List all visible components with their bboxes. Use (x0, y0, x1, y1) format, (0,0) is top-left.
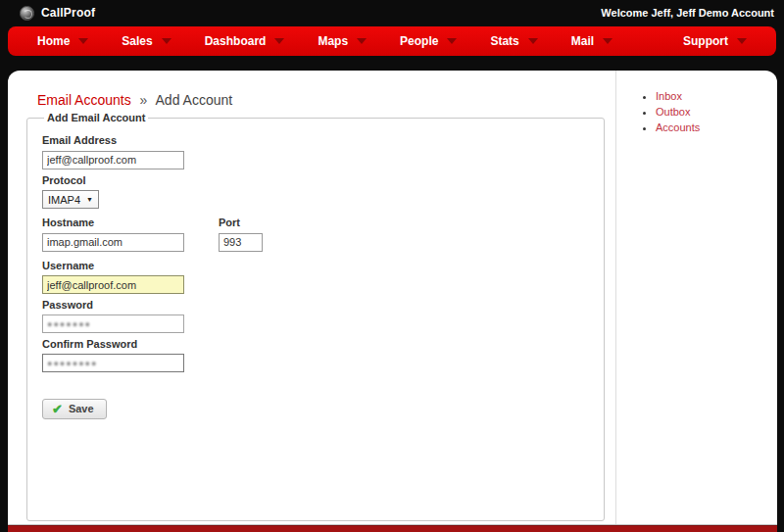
port-input[interactable] (219, 233, 263, 252)
breadcrumb-separator: » (140, 92, 148, 108)
chevron-down-icon (162, 38, 172, 44)
brand-name: CallProof (41, 6, 95, 20)
protocol-select[interactable]: IMAP4 ▼ (42, 190, 99, 209)
welcome-user-text: Welcome Jeff, Jeff Demo Account (601, 7, 774, 19)
content-area: Email Accounts » Add Account Add Email A… (8, 71, 777, 525)
nav-item-label: Maps (318, 34, 348, 48)
port-label: Port (219, 217, 263, 228)
chevron-down-icon (78, 38, 88, 44)
chevron-down-icon (737, 38, 747, 44)
top-header-bar: CallProof Welcome Jeff, Jeff Demo Accoun… (0, 0, 784, 25)
email-address-label: Email Address (42, 134, 589, 146)
chevron-down-icon (603, 38, 612, 44)
confirm-password-label: Confirm Password (42, 338, 589, 350)
callproof-logo-icon (20, 6, 34, 21)
list-item: Outbox (656, 106, 777, 118)
nav-item-label: Support (683, 34, 728, 48)
nav-item-label: Mail (571, 34, 594, 48)
chevron-down-icon (447, 38, 457, 44)
password-label: Password (42, 299, 589, 311)
sidebar-item-accounts[interactable]: Accounts (656, 121, 700, 133)
hostname-field-group: Hostname (42, 214, 219, 252)
breadcrumb: Email Accounts » Add Account (37, 92, 615, 108)
protocol-field-group: Protocol IMAP4 ▼ (42, 174, 589, 210)
chevron-down-icon (528, 38, 538, 44)
confirm-password-field-group: Confirm Password ●●●●●●●● (42, 338, 589, 372)
port-field-group: Port (219, 214, 263, 252)
breadcrumb-email-accounts-link[interactable]: Email Accounts (37, 92, 131, 108)
footer-red-bar (8, 525, 777, 532)
nav-item-stats[interactable]: Stats (490, 34, 537, 48)
protocol-selected-value: IMAP4 (48, 194, 80, 206)
chevron-down-icon (357, 38, 367, 44)
save-button[interactable]: ✔ Save (42, 399, 107, 419)
checkmark-icon: ✔ (52, 404, 63, 414)
list-item: Inbox (656, 90, 777, 102)
save-button-label: Save (69, 403, 94, 414)
confirm-password-input[interactable]: ●●●●●●●● (42, 354, 184, 372)
username-label: Username (42, 260, 589, 271)
password-field-group: Password ●●●●●●● (42, 299, 589, 333)
hostname-label: Hostname (42, 217, 219, 228)
nav-item-label: Sales (122, 34, 152, 48)
nav-item-mail[interactable]: Mail (571, 34, 612, 48)
email-address-input[interactable] (42, 151, 184, 169)
nav-item-dashboard[interactable]: Dashboard (205, 34, 285, 48)
chevron-down-icon (274, 38, 284, 44)
main-navbar: Home Sales Dashboard Maps People Stats M… (8, 26, 776, 56)
nav-item-label: Stats (490, 34, 518, 48)
nav-item-home[interactable]: Home (37, 34, 88, 48)
mail-sidebar: Inbox Outbox Accounts (616, 71, 777, 524)
nav-item-label: Home (37, 34, 70, 48)
form-legend: Add Email Account (44, 112, 148, 123)
confirm-password-masked-value: ●●●●●●●● (47, 359, 98, 368)
password-masked-value: ●●●●●●● (47, 319, 91, 329)
sidebar-item-outbox[interactable]: Outbox (656, 106, 690, 118)
select-caret-icon: ▼ (86, 196, 93, 203)
sidebar-link-list: Inbox Outbox Accounts (638, 90, 777, 133)
list-item: Accounts (656, 121, 777, 133)
nav-item-label: People (400, 34, 438, 48)
nav-item-label: Dashboard (205, 34, 267, 48)
nav-item-people[interactable]: People (400, 34, 457, 48)
protocol-label: Protocol (42, 174, 589, 186)
nav-item-maps[interactable]: Maps (318, 34, 367, 48)
username-input[interactable] (42, 275, 184, 294)
hostname-port-row: Hostname Port (42, 214, 589, 257)
nav-item-sales[interactable]: Sales (122, 34, 171, 48)
add-email-account-form: Add Email Account Email Address Protocol… (26, 112, 605, 521)
nav-item-support[interactable]: Support (683, 34, 747, 48)
email-address-field-group: Email Address (42, 134, 589, 169)
username-field-group: Username (42, 260, 589, 295)
password-input[interactable]: ●●●●●●● (42, 314, 184, 333)
main-column: Email Accounts » Add Account Add Email A… (8, 71, 616, 524)
breadcrumb-current: Add Account (156, 92, 233, 108)
hostname-input[interactable] (42, 233, 184, 252)
sidebar-item-inbox[interactable]: Inbox (656, 90, 682, 102)
